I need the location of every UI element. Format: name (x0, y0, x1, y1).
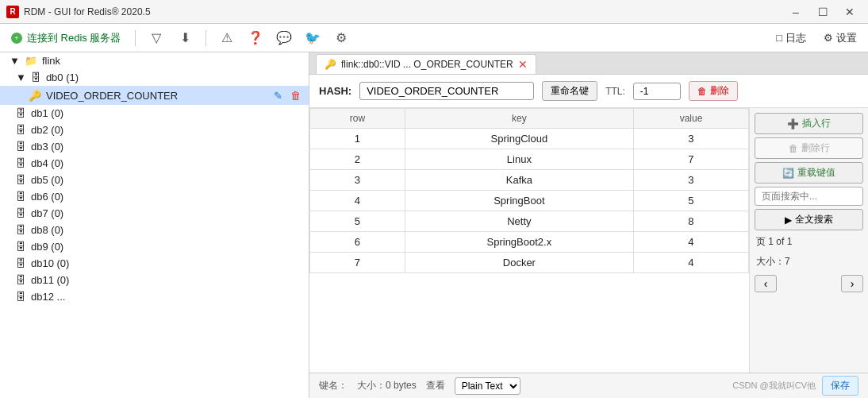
col-value: value (633, 109, 748, 129)
sidebar-item-db9[interactable]: 🗄 db9 (0) (0, 238, 309, 255)
hash-label: HASH: (319, 85, 351, 97)
app-icon: R (6, 6, 19, 18)
cell-row: 4 (310, 191, 405, 211)
reload-icon: 🔄 (782, 168, 794, 179)
col-row: row (310, 109, 405, 129)
connect-button[interactable]: + 连接到 Redis 服务器 (6, 29, 125, 47)
sidebar-item-db12[interactable]: 🗄 db12 ... (0, 288, 309, 305)
size-info: 大小：7 (755, 253, 863, 270)
toolbar-help-button[interactable]: ❓ (244, 27, 267, 49)
sidebar-item-db7[interactable]: 🗄 db7 (0) (0, 205, 309, 222)
hash-name-input[interactable] (359, 82, 534, 100)
sidebar-db12-label: db12 ... (31, 291, 302, 303)
key-actions: ✎ 🗑 (271, 88, 302, 102)
col-key: key (405, 109, 633, 129)
sidebar-root[interactable]: ▼ 📁 flink (0, 52, 309, 69)
table-row[interactable]: 2Linux7 (310, 149, 749, 170)
sidebar-db6-label: db6 (0) (31, 191, 302, 203)
cell-key: SpringBoot2.x (405, 232, 633, 253)
page-search-input[interactable] (755, 187, 863, 206)
sidebar-item-db2[interactable]: 🗄 db2 (0) (0, 122, 309, 138)
db-icon-db10: 🗄 (16, 257, 26, 269)
delete-icon: 🗑 (697, 86, 707, 97)
log-label: 日志 (785, 31, 806, 45)
table-row[interactable]: 1SpringCloud3 (310, 129, 749, 149)
sidebar-item-db5[interactable]: 🗄 db5 (0) (0, 172, 309, 188)
sidebar-item-db0[interactable]: ▼ 🗄 db0 (1) (0, 69, 309, 86)
delete-row-button[interactable]: 🗑 删除行 (755, 137, 863, 159)
reload-label: 重载键值 (797, 166, 835, 180)
folder-icon: 📁 (25, 55, 37, 67)
delete-key-button[interactable]: 🗑 删除 (689, 81, 738, 101)
titlebar: R RDM - GUI for Redis® 2020.5 – ☐ ✕ (0, 0, 868, 24)
table-row[interactable]: 5Netty8 (310, 211, 749, 232)
sidebar-item-key1[interactable]: 🔑 VIDEO_ORDER_COUNTER ✎ 🗑 (0, 86, 309, 105)
ttl-input[interactable] (633, 83, 681, 100)
sidebar-item-db8[interactable]: 🗄 db8 (0) (0, 222, 309, 238)
sidebar-db3-label: db3 (0) (31, 141, 302, 153)
tab-video-order-counter[interactable]: 🔑 flink::db0::VID ... O_ORDER_COUNTER ✕ (316, 54, 536, 74)
cell-value: 3 (633, 129, 748, 149)
sidebar-db1-label: db1 (0) (31, 107, 302, 119)
tab-close-button[interactable]: ✕ (518, 58, 528, 71)
tab-key-icon: 🔑 (325, 59, 336, 70)
key-name-label: 键名： (319, 379, 348, 392)
minimize-button[interactable]: – (784, 4, 808, 20)
sidebar-item-db10[interactable]: 🗄 db10 (0) (0, 255, 309, 272)
close-button[interactable]: ✕ (838, 4, 862, 20)
rename-key-button[interactable]: 重命名键 (542, 81, 597, 101)
connection-status-icon: + (11, 33, 22, 44)
nav-buttons: ‹ › (755, 273, 863, 294)
toolbar-settings2-button[interactable]: ⚙ (330, 27, 352, 49)
toolbar: + 连接到 Redis 服务器 ▽ ⬇ ⚠ ❓ 💬 🐦 ⚙ □ 日志 ⚙ 设置 (0, 24, 868, 52)
tab-label: flink::db0::VID ... O_ORDER_COUNTER (341, 59, 513, 70)
toolbar-warning-button[interactable]: ⚠ (216, 27, 238, 49)
db-icon-db0: 🗄 (31, 71, 41, 83)
table-row[interactable]: 7Docker4 (310, 253, 749, 273)
sidebar-item-db11[interactable]: 🗄 db11 (0) (0, 272, 309, 288)
prev-page-button[interactable]: ‹ (755, 275, 777, 292)
save-button[interactable]: 保存 (822, 376, 858, 396)
sidebar-item-db6[interactable]: 🗄 db6 (0) (0, 188, 309, 205)
settings-button[interactable]: ⚙ 设置 (819, 29, 862, 47)
cell-row: 6 (310, 232, 405, 253)
toolbar-download-button[interactable]: ⬇ (174, 27, 196, 49)
log-button[interactable]: □ 日志 (771, 29, 811, 47)
cell-key: Docker (405, 253, 633, 273)
cell-value: 4 (633, 253, 748, 273)
plus-icon: ➕ (787, 118, 799, 129)
toolbar-twitter-button[interactable]: 🐦 (301, 27, 324, 49)
next-page-button[interactable]: › (841, 275, 863, 292)
sidebar-db0-label: db0 (1) (46, 71, 302, 83)
db-icon-db3: 🗄 (16, 141, 26, 153)
maximize-button[interactable]: ☐ (811, 4, 835, 20)
table-wrapper: row key value 1SpringCloud32Linux73Kafka… (309, 108, 868, 373)
sidebar-db4-label: db4 (0) (31, 157, 302, 169)
cell-key: Netty (405, 211, 633, 232)
reload-button[interactable]: 🔄 重载键值 (755, 162, 863, 184)
edit-key-button[interactable]: ✎ (271, 88, 285, 102)
db-icon-db4: 🗄 (16, 157, 26, 169)
db-icon-db9: 🗄 (16, 241, 26, 253)
delete-key-button[interactable]: 🗑 (288, 88, 302, 102)
toolbar-separator (135, 30, 136, 46)
fulltext-search-button[interactable]: ▶ 全文搜索 (755, 209, 863, 230)
delete-label: 删除 (710, 84, 729, 98)
sidebar-item-db3[interactable]: 🗄 db3 (0) (0, 138, 309, 155)
db-icon-db11: 🗄 (16, 274, 26, 286)
insert-row-button[interactable]: ➕ 插入行 (755, 113, 863, 134)
format-select[interactable]: Plain Text JSON HEX (455, 377, 520, 395)
table-row[interactable]: 6SpringBoot2.x4 (310, 232, 749, 253)
table-row[interactable]: 3Kafka3 (310, 170, 749, 191)
table-row[interactable]: 4SpringBoot5 (310, 191, 749, 211)
hash-editor: HASH: 重命名键 TTL: 🗑 删除 row (309, 75, 868, 398)
sidebar-item-db4[interactable]: 🗄 db4 (0) (0, 155, 309, 172)
toolbar-filter-button[interactable]: ▽ (145, 27, 167, 49)
right-panel: ➕ 插入行 🗑 删除行 🔄 重载键值 ▶ 全文搜索 (749, 108, 868, 373)
sidebar-key1-label: VIDEO_ORDER_COUNTER (46, 90, 266, 102)
delete-row-label: 删除行 (801, 141, 830, 155)
data-table: row key value 1SpringCloud32Linux73Kafka… (309, 108, 749, 373)
sidebar-item-db1[interactable]: 🗄 db1 (0) (0, 105, 309, 122)
cell-key: SpringCloud (405, 129, 633, 149)
toolbar-message-button[interactable]: 💬 (273, 27, 295, 49)
